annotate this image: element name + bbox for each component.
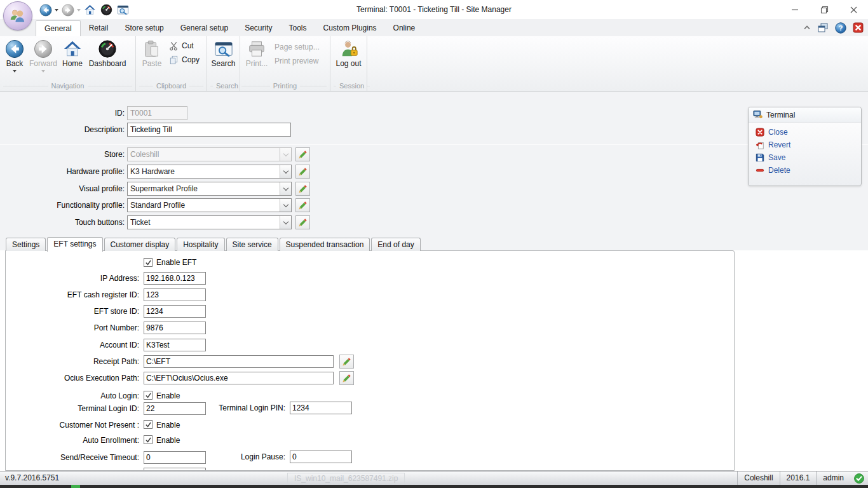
status-bar: v.9.7.2016.5751 IS_win10_mail_623587491.… (0, 471, 868, 485)
tab-suspended-transaction[interactable]: Suspended transaction (280, 238, 370, 251)
close-window-icon[interactable] (839, 0, 868, 19)
visual-profile-edit-button[interactable] (295, 182, 310, 196)
title-bar: Terminal: T0001 - Ticketing Till - Site … (0, 0, 868, 19)
enable-eft-label: Enable EFT (156, 257, 196, 268)
functionality-profile-label: Functionality profile: (0, 198, 125, 212)
close-red-icon (756, 128, 764, 137)
back-button[interactable]: Back (1, 37, 28, 72)
delete-action[interactable]: Delete (749, 164, 861, 177)
tab-hospitality[interactable]: Hospitality (177, 238, 224, 251)
ocius-execution-path-edit-button[interactable] (339, 371, 354, 385)
help-icon[interactable]: ? (835, 22, 846, 34)
port-number-label: Port Number: (13, 322, 139, 334)
terminal-icon (753, 110, 763, 119)
ip-address-input[interactable] (144, 272, 206, 285)
copy-button[interactable]: Copy (166, 53, 202, 67)
auto-enrollment-checkbox[interactable] (144, 435, 153, 444)
ribbon-tab-online[interactable]: Online (385, 20, 424, 36)
send-receive-timeout-label: Send/Receive Timeout: (13, 451, 139, 464)
ribbon: Back Forward (0, 36, 868, 92)
group-caption-clipboard: Clipboard (136, 81, 207, 91)
eft-store-id-input[interactable] (144, 305, 206, 318)
ribbon-tab-custom-plugins[interactable]: Custom Plugins (315, 20, 385, 36)
forward-dropdown-caret (77, 9, 81, 11)
hardware-profile-combo[interactable]: K3 Hardware (127, 165, 292, 179)
auto-enrollment-label: Auto Enrollment: (13, 434, 139, 447)
hardware-profile-dropdown[interactable] (280, 165, 291, 178)
cut-icon (169, 41, 179, 51)
ribbon-tab-retail[interactable]: Retail (81, 20, 117, 36)
touch-buttons-dropdown[interactable] (280, 216, 291, 229)
eft-settings-panel: Enable EFT IP Address: EFT cash register… (5, 250, 735, 471)
dashboard-icon[interactable] (99, 3, 114, 17)
description-input[interactable] (127, 123, 291, 137)
search-icon (214, 39, 233, 58)
people-icon (8, 6, 27, 25)
tab-site-service[interactable]: Site service (226, 238, 278, 251)
hardware-profile-edit-button[interactable] (295, 165, 310, 179)
collapse-ribbon-icon[interactable] (803, 25, 811, 30)
tab-eft-settings[interactable]: EFT settings (47, 237, 102, 252)
tab-settings[interactable]: Settings (6, 238, 46, 251)
store-edit-button[interactable] (295, 147, 310, 161)
close-action[interactable]: Close (749, 126, 861, 139)
port-number-input[interactable] (144, 322, 206, 334)
cut-button[interactable]: Cut (166, 39, 202, 53)
windows-icon[interactable] (817, 22, 829, 34)
functionality-profile-edit-button[interactable] (295, 198, 310, 212)
back-dropdown-caret[interactable] (55, 9, 58, 11)
auto-login-label: Auto Login: (13, 390, 139, 402)
ribbon-tab-general-setup[interactable]: General setup (172, 20, 236, 36)
back-icon[interactable] (38, 3, 53, 17)
visual-profile-dropdown[interactable] (280, 182, 291, 195)
ribbon-utility-buttons: ? (803, 19, 864, 36)
receipt-path-input[interactable] (144, 355, 334, 368)
ribbon-group-clipboard: Paste Cut (136, 36, 207, 91)
ribbon-group-search: Search Search (207, 36, 240, 91)
terminal-login-pin-input[interactable] (290, 402, 352, 414)
home-button[interactable]: Home (58, 37, 86, 68)
home-icon[interactable] (83, 3, 97, 17)
cash-register-id-input[interactable] (144, 288, 206, 301)
exit-icon[interactable] (853, 22, 864, 33)
eft-store-id-label: EFT store ID: (13, 305, 139, 318)
dashboard-button[interactable]: Dashboard (86, 37, 128, 68)
account-id-input[interactable] (144, 339, 206, 351)
ribbon-tab-store-setup[interactable]: Store setup (116, 20, 172, 36)
back-split-caret[interactable] (13, 70, 17, 72)
customer-not-present-checkbox[interactable] (144, 420, 153, 429)
enable-eft-checkbox[interactable] (144, 258, 153, 267)
store-combo-dropdown (280, 148, 291, 161)
touch-buttons-edit-button[interactable] (295, 215, 310, 229)
tab-customer-display[interactable]: Customer display (104, 238, 176, 251)
clipped-input[interactable] (144, 468, 206, 471)
terminal-actions-panel: Terminal Close Revert (748, 107, 862, 186)
terminal-login-id-label: Terminal Login ID: (13, 402, 139, 415)
auto-login-checkbox[interactable] (144, 391, 153, 400)
ribbon-tab-security[interactable]: Security (236, 20, 280, 36)
search-window-icon[interactable] (116, 3, 130, 17)
window-controls (780, 0, 868, 19)
visual-profile-combo[interactable]: Supermarket Profile (127, 182, 292, 196)
ribbon-tab-general[interactable]: General (36, 20, 81, 36)
save-action[interactable]: Save (749, 151, 861, 164)
svg-text:?: ? (839, 24, 843, 32)
ribbon-tab-tools[interactable]: Tools (281, 20, 315, 36)
ocius-execution-path-input[interactable] (144, 372, 334, 384)
auto-login-enable-label: Enable (156, 391, 180, 401)
ribbon-group-session: Log out Session (330, 36, 367, 91)
app-menu-button[interactable] (3, 1, 32, 30)
revert-action[interactable]: Revert (749, 139, 861, 151)
functionality-profile-dropdown[interactable] (280, 199, 291, 212)
maximize-icon[interactable] (810, 0, 839, 19)
chevron-down-icon (283, 219, 288, 224)
touch-buttons-combo[interactable]: Ticket (127, 215, 292, 229)
functionality-profile-combo[interactable]: Standard Profile (127, 198, 292, 212)
login-pause-input[interactable] (290, 451, 352, 463)
minimize-icon[interactable] (780, 0, 810, 19)
receipt-path-edit-button[interactable] (339, 355, 354, 369)
logout-button[interactable]: Log out (332, 37, 365, 68)
version-text: v.9.7.2016.5751 (5, 471, 59, 485)
search-button[interactable]: Search (209, 37, 238, 68)
tab-end-of-day[interactable]: End of day (371, 238, 420, 251)
